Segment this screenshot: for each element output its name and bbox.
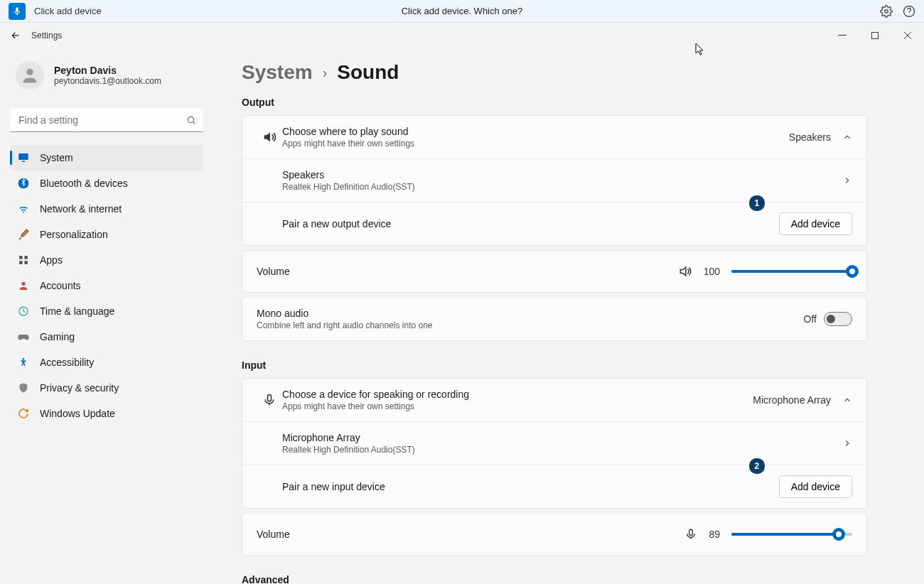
input-choose-sub: Apps might have their own settings	[282, 401, 753, 411]
paintbrush-icon	[17, 228, 30, 241]
settings-gear-icon[interactable]	[880, 5, 893, 18]
add-output-device-button[interactable]: Add device	[779, 212, 852, 235]
input-device-group: Choose a device for speaking or recordin…	[242, 378, 867, 509]
close-button[interactable]	[891, 23, 924, 48]
output-device-name: Speakers	[282, 169, 842, 180]
breadcrumb-root[interactable]: System	[242, 61, 313, 84]
breadcrumb: System › Sound	[242, 61, 867, 84]
output-choose-sub: Apps might have their own settings	[282, 139, 789, 148]
chevron-up-icon	[842, 395, 852, 405]
svg-point-14	[21, 282, 25, 286]
assistant-question-text: Click add device. Which one?	[0, 6, 924, 16]
content-area: System › Sound Output Choose where to pl…	[213, 48, 924, 584]
input-device-name: Microphone Array	[282, 432, 842, 443]
breadcrumb-leaf: Sound	[337, 61, 399, 84]
input-volume-slider[interactable]	[731, 533, 852, 536]
clock-icon	[17, 305, 30, 318]
window-titlebar: Settings	[0, 23, 924, 48]
accessibility-icon	[17, 356, 30, 369]
sidebar-item-system[interactable]: System	[10, 145, 203, 171]
svg-point-0	[885, 9, 888, 13]
sidebar-item-label: Privacy & security	[40, 382, 119, 394]
output-device-row[interactable]: Speakers Realtek High Definition Audio(S…	[242, 158, 866, 202]
output-selected-value: Speakers	[789, 131, 831, 143]
profile-email: peytondavis.1@outlook.com	[54, 76, 161, 86]
input-pair-row: Pair a new input device 2 Add device	[242, 465, 866, 508]
search-input[interactable]	[10, 108, 203, 132]
mono-audio-state: Off	[804, 313, 817, 325]
microphone-icon[interactable]	[684, 528, 697, 541]
output-volume-value: 100	[704, 266, 720, 277]
minimize-button[interactable]	[826, 23, 859, 48]
svg-rect-10	[19, 256, 23, 259]
mono-audio-toggle[interactable]	[824, 312, 852, 326]
back-button[interactable]	[6, 26, 26, 45]
system-icon	[17, 151, 30, 164]
sidebar-item-label: Time & language	[40, 305, 114, 317]
shield-icon	[17, 382, 30, 394]
speaker-icon	[257, 129, 282, 145]
output-choose-row[interactable]: Choose where to play sound Apps might ha…	[242, 116, 866, 158]
chevron-right-icon: ›	[323, 65, 328, 81]
svg-rect-17	[268, 395, 272, 401]
sidebar-item-accounts[interactable]: Accounts	[10, 273, 203, 298]
output-device-group: Choose where to play sound Apps might ha…	[242, 115, 867, 246]
output-volume-label: Volume	[257, 266, 678, 277]
chevron-right-icon	[842, 175, 852, 185]
svg-rect-18	[689, 529, 693, 535]
sidebar-item-label: Gaming	[40, 331, 75, 342]
section-header-input: Input	[242, 359, 867, 371]
input-volume-value: 89	[709, 529, 720, 540]
sidebar-item-bluetooth[interactable]: Bluetooth & devices	[10, 171, 203, 196]
sidebar-item-label: Accessibility	[40, 357, 94, 368]
wifi-icon	[17, 202, 30, 215]
bluetooth-icon	[17, 177, 30, 190]
chevron-right-icon	[842, 438, 852, 448]
sidebar-item-network[interactable]: Network & internet	[10, 196, 203, 222]
output-pair-label: Pair a new output device	[282, 218, 779, 229]
svg-point-2	[909, 13, 910, 14]
assistant-bar: Click add device Click add device. Which…	[0, 0, 924, 23]
sidebar-item-label: Apps	[40, 254, 63, 266]
microphone-icon	[257, 393, 282, 407]
sidebar-item-label: Personalization	[40, 229, 108, 240]
input-volume-card: Volume 89	[242, 513, 867, 556]
apps-icon	[17, 254, 30, 266]
input-device-sub: Realtek High Definition Audio(SST)	[282, 445, 842, 455]
mono-audio-title: Mono audio	[257, 308, 804, 319]
svg-point-16	[23, 358, 25, 360]
output-volume-slider[interactable]	[731, 270, 852, 273]
chevron-up-icon	[842, 132, 852, 142]
mic-icon[interactable]	[9, 3, 26, 20]
sidebar-item-apps[interactable]: Apps	[10, 247, 203, 273]
output-pair-row: Pair a new output device 1 Add device	[242, 202, 866, 245]
sidebar-item-privacy[interactable]: Privacy & security	[10, 375, 203, 401]
sidebar-item-personalization[interactable]: Personalization	[10, 222, 203, 247]
annotation-badge-2: 2	[749, 458, 765, 474]
svg-rect-3	[838, 35, 847, 36]
svg-rect-12	[19, 261, 23, 264]
sidebar-item-label: System	[40, 152, 73, 163]
mono-audio-sub: Combine left and right audio channels in…	[257, 320, 804, 330]
output-device-sub: Realtek High Definition Audio(SST)	[282, 182, 842, 192]
svg-rect-13	[24, 261, 28, 264]
sidebar: Peyton Davis peytondavis.1@outlook.com S…	[0, 48, 213, 584]
window-title: Settings	[31, 31, 62, 40]
sidebar-item-gaming[interactable]: Gaming	[10, 324, 203, 350]
add-input-device-button[interactable]: Add device	[779, 475, 852, 498]
assistant-command-text: Click add device	[34, 6, 102, 16]
input-choose-row[interactable]: Choose a device for speaking or recordin…	[242, 379, 866, 421]
sidebar-item-update[interactable]: Windows Update	[10, 401, 203, 426]
profile-block[interactable]: Peyton Davis peytondavis.1@outlook.com	[10, 55, 203, 104]
profile-name: Peyton Davis	[54, 65, 161, 76]
speaker-icon[interactable]	[678, 264, 692, 279]
sidebar-item-accessibility[interactable]: Accessibility	[10, 350, 203, 375]
help-icon[interactable]	[903, 5, 915, 18]
svg-rect-11	[24, 256, 28, 259]
output-volume-card: Volume 100	[242, 250, 867, 293]
sidebar-item-time[interactable]: Time & language	[10, 298, 203, 324]
maximize-button[interactable]	[859, 23, 891, 48]
input-device-row[interactable]: Microphone Array Realtek High Definition…	[242, 421, 866, 465]
sidebar-item-label: Network & internet	[40, 203, 122, 215]
accounts-icon	[17, 279, 30, 292]
